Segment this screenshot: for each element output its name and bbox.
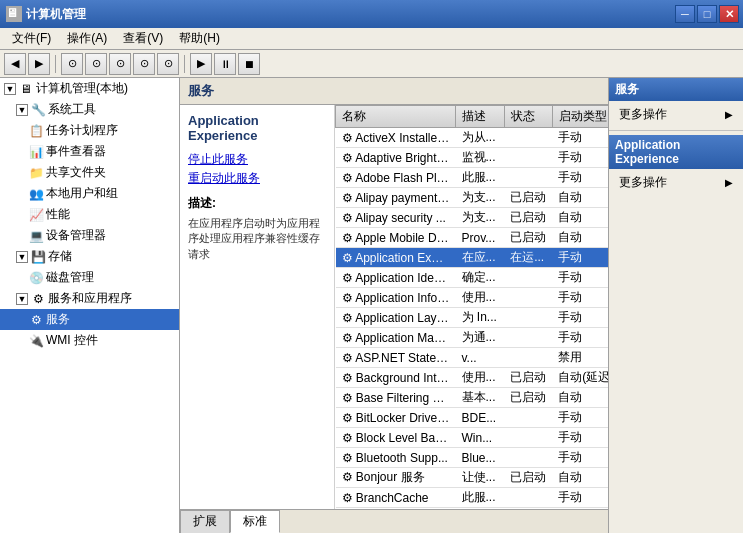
menu-view[interactable]: 查看(V) [115,28,171,49]
toolbar-btn-5[interactable]: ⊙ [157,53,179,75]
tree-item-diskmgr[interactable]: 💿 磁盘管理 [0,267,179,288]
toolbar-btn-4[interactable]: ⊙ [133,53,155,75]
table-row[interactable]: ⚙ BranchCache 此服... 手动 网络服务 [336,488,609,508]
cell-name: ⚙ Application Man... [336,328,456,348]
tree-item-system[interactable]: ▼ 🔧 系统工具 [0,99,179,120]
arrow-right-2-icon: ▶ [725,177,733,188]
table-row[interactable]: ⚙ Adobe Flash Pla... 此服... 手动 本地系统 [336,168,609,188]
action-divider [609,130,743,131]
table-row[interactable]: ⚙ Block Level Back... Win... 手动 本地系统 [336,428,609,448]
tree-item-services[interactable]: ⚙ 服务 [0,309,179,330]
cell-status [504,168,552,188]
toolbar-btn-2[interactable]: ⊙ [85,53,107,75]
col-name[interactable]: 名称 [336,106,456,128]
tree-item-wmi[interactable]: 🔌 WMI 控件 [0,330,179,351]
cell-desc: 此服... [456,488,505,508]
table-row[interactable]: ⚙ Apple Mobile De... Prov... 已启动 自动 本地系统 [336,228,609,248]
expand-storage[interactable]: ▼ [16,251,28,263]
table-row[interactable]: ⚙ Background Inte... 使用... 已启动 自动(延迟启...… [336,368,609,388]
tree-label-users: 本地用户和组 [46,185,118,202]
tree-item-root[interactable]: ▼ 🖥 计算机管理(本地) [0,78,179,99]
cell-start: 自动 [552,188,608,208]
table-row[interactable]: ⚙ Alipay security ... 为支... 已启动 自动 本地系统 [336,208,609,228]
table-row[interactable]: ⚙ Application Infor... 使用... 手动 本地系统 [336,288,609,308]
toolbar-btn-3[interactable]: ⊙ [109,53,131,75]
toolbar-btn-1[interactable]: ⊙ [61,53,83,75]
tree-item-shared[interactable]: 📁 共享文件夹 [0,162,179,183]
cell-desc: 此服... [456,168,505,188]
tree-item-scheduler[interactable]: 📋 任务计划程序 [0,120,179,141]
cell-desc: 为通... [456,328,505,348]
action-more-appexp[interactable]: 更多操作 ▶ [609,171,743,194]
cell-status [504,148,552,168]
forward-button[interactable]: ▶ [28,53,50,75]
table-row[interactable]: ⚙ Application Iden... 确定... 手动 本地服务 [336,268,609,288]
cell-desc: 为支... [456,188,505,208]
col-desc[interactable]: 描述 [456,106,505,128]
menu-file[interactable]: 文件(F) [4,28,59,49]
menu-help[interactable]: 帮助(H) [171,28,228,49]
table-row[interactable]: ⚙ Application Man... 为通... 手动 本地系统 [336,328,609,348]
tab-expand[interactable]: 扩展 [180,510,230,533]
table-row[interactable]: ⚙ Bluetooth Supp... Blue... 手动 本地服务 [336,448,609,468]
cell-start: 手动 [552,328,608,348]
left-panel: ▼ 🖥 计算机管理(本地) ▼ 🔧 系统工具 📋 任务计划程序 📊 事件查看器 … [0,78,180,533]
table-row[interactable]: ⚙ BitLocker Drive ... BDE... 手动 本地系统 [336,408,609,428]
table-row[interactable]: ⚙ Application Expe... 在应... 在运... 手动 本地系… [336,248,609,268]
table-row[interactable]: ⚙ Alipay payment ... 为支... 已启动 自动 本地系统 [336,188,609,208]
table-row[interactable]: ⚙ Base Filtering En... 基本... 已启动 自动 本地系统 [336,388,609,408]
tree-label-shared: 共享文件夹 [46,164,106,181]
stop-button[interactable]: ⏹ [238,53,260,75]
tree-item-eventvwr[interactable]: 📊 事件查看器 [0,141,179,162]
tree-item-services-apps[interactable]: ▼ ⚙ 服务和应用程序 [0,288,179,309]
play-button[interactable]: ▶ [190,53,212,75]
cell-start: 自动 [552,388,608,408]
cell-desc: 为支... [456,208,505,228]
action-section-services-label: 服务 [615,82,639,96]
scheduler-icon: 📋 [28,123,44,139]
col-start[interactable]: 启动类型 [552,106,608,128]
table-row[interactable]: ⚙ Bonjour 服务 让使... 已启动 自动 本地系统 [336,468,609,488]
menu-action[interactable]: 操作(A) [59,28,115,49]
minimize-button[interactable]: ─ [675,5,695,23]
title-bar: 🖥 计算机管理 ─ □ ✕ [0,0,743,28]
restart-service-link[interactable]: 重启动此服务 [188,170,326,187]
cell-status [504,408,552,428]
services-icon: ⚙ [28,312,44,328]
expand-services-apps[interactable]: ▼ [16,293,28,305]
desc-text: 在应用程序启动时为应用程序处理应用程序兼容性缓存请求 [188,216,326,262]
tree-label-devmgr: 设备管理器 [46,227,106,244]
cell-desc: 为从... [456,128,505,148]
back-button[interactable]: ◀ [4,53,26,75]
tree-label-scheduler: 任务计划程序 [46,122,118,139]
toolbar: ◀ ▶ ⊙ ⊙ ⊙ ⊙ ⊙ ▶ ⏸ ⏹ [0,50,743,78]
close-button[interactable]: ✕ [719,5,739,23]
table-row[interactable]: ⚙ ActiveX Installer ... 为从... 手动 本地系统 [336,128,609,148]
table-row[interactable]: ⚙ Adaptive Brighte... 监视... 手动 本地系统 [336,148,609,168]
expand-root[interactable]: ▼ [4,83,16,95]
tab-standard[interactable]: 标准 [230,510,280,533]
maximize-button[interactable]: □ [697,5,717,23]
cell-desc: 使用... [456,288,505,308]
cell-name: ⚙ BranchCache [336,488,456,508]
services-apps-icon: ⚙ [30,291,46,307]
action-section-appexp-label: Application Experience [615,138,680,166]
expand-system[interactable]: ▼ [16,104,28,116]
cell-status: 已启动 [504,228,552,248]
action-more-services[interactable]: 更多操作 ▶ [609,103,743,126]
table-row[interactable]: ⚙ Application Laye... 为 In... 手动 本地服务 [336,308,609,328]
cell-start: 手动 [552,128,608,148]
stop-service-link[interactable]: 停止此服务 [188,151,326,168]
col-status[interactable]: 状态 [504,106,552,128]
tree-item-users[interactable]: 👥 本地用户和组 [0,183,179,204]
tree-item-perf[interactable]: 📈 性能 [0,204,179,225]
toolbar-sep-2 [184,55,185,73]
table-row[interactable]: ⚙ ASP.NET State Service v... 禁用 网络服务 [336,348,609,368]
system-icon: 🔧 [30,102,46,118]
tree-item-storage[interactable]: ▼ 💾 存储 [0,246,179,267]
cell-name: ⚙ Application Infor... [336,288,456,308]
pause-button[interactable]: ⏸ [214,53,236,75]
tree-item-devmgr[interactable]: 💻 设备管理器 [0,225,179,246]
more-appexp-label: 更多操作 [619,174,667,191]
cell-desc: BDE... [456,408,505,428]
